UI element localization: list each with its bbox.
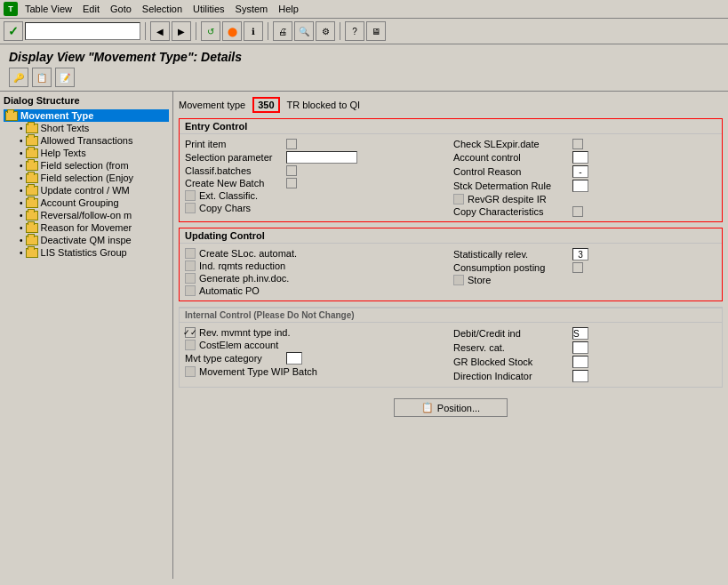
check-slexpir-checkbox[interactable] [572,139,583,149]
check-slexpir-label: Check SLExpir.date [453,139,569,149]
internal-control-grid: ✓ Rev. mvmnt type ind. CostElem account … [180,323,722,387]
tree-item-reason[interactable]: • Reason for Movemer [12,221,169,234]
tree-item-lisstatistics[interactable]: • LIS Statistics Group [12,246,169,259]
nav-input[interactable] [25,22,140,40]
back-button[interactable]: ◀ [150,21,170,41]
statistically-relev-input[interactable] [572,248,588,260]
tree-item-deactivateqm[interactable]: • Deactivate QM inspe [12,234,169,246]
create-sloc-label: Create SLoc. automat. [199,248,297,259]
debit-credit-label: Debit/Credit ind [453,328,569,339]
create-new-batch-label: Create New Batch [185,178,283,188]
folder-icon-allowedtrans [26,136,38,146]
copy-chars-row: Copy Chars [185,202,448,214]
stop-btn[interactable]: ⬤ [222,21,242,41]
classif-batches-checkbox[interactable] [286,165,297,176]
print-btn[interactable]: 🖨 [273,21,292,41]
entry-control-content: Print item Selection parameter Classif.b… [180,134,722,221]
page-toolbar-btn2[interactable]: 📋 [32,68,52,87]
menu-system[interactable]: System [236,4,268,14]
mvt-desc: TR blocked to QI [287,100,361,110]
rev-mvmnt-row: ✓ Rev. mvmnt type ind. [185,326,448,339]
control-reason-input[interactable] [572,165,588,178]
consumption-posting-checkbox[interactable] [572,262,583,273]
internal-control-section: Internal Control (Please Do Not Change) … [179,307,723,388]
tree-item-updatectrl[interactable]: • Update control / WM [12,184,169,196]
tree-root-movement-type[interactable]: Movement Type [4,109,169,122]
create-new-batch-row: Create New Batch [185,177,448,189]
dialog-structure-title: Dialog Structure [4,95,169,106]
bullet-icon8: • [20,211,23,220]
tree-item-shorttexts[interactable]: • Short Texts [12,122,169,134]
bullet-icon3: • [20,148,23,158]
tree-item-label-reason: Reason for Movemer [41,222,132,233]
costelem-checkbox [185,340,196,350]
reserv-cat-input[interactable] [572,341,588,354]
tree-item-accountgrouping[interactable]: • Account Grouping [12,196,169,209]
mvt-label: Movement type [179,100,245,110]
menu-selection[interactable]: Selection [142,4,182,14]
print-item-checkbox[interactable] [286,139,297,149]
bullet-icon: • [20,124,23,133]
account-control-input[interactable] [572,151,588,164]
settings-btn[interactable]: ⚙ [316,21,335,41]
entry-left-col: Print item Selection parameter Classif.b… [185,138,448,218]
tree-item-reversal[interactable]: • Reversal/follow-on m [12,209,169,221]
mvt-wip-batch-label: Movement Type WIP Batch [199,366,317,377]
folder-icon-lisstatistics [26,248,38,258]
create-new-batch-checkbox[interactable] [286,178,297,188]
tree-item-helptexts[interactable]: • Help Texts [12,147,169,159]
page-toolbar-btn3[interactable]: 📝 [55,68,75,87]
mvt-header: Movement type 350 TR blocked to QI [179,97,723,113]
find-btn[interactable]: 🔍 [294,21,314,41]
page-toolbar-btn1[interactable]: 🔑 [9,68,28,87]
bullet-icon10: • [20,236,23,245]
rev-mvmnt-checkbox[interactable]: ✓ [185,327,196,338]
help-btn[interactable]: ? [345,21,364,41]
menu-help[interactable]: Help [278,4,299,14]
mvt-wip-batch-row: Movement Type WIP Batch [185,365,448,378]
tree-item-label-shorttexts: Short Texts [41,123,90,133]
toolbar-separator4 [340,22,340,40]
create-sloc-row: Create SLoc. automat. [185,247,448,260]
tree-item-allowedtrans[interactable]: • Allowed Transactions [12,134,169,147]
position-button[interactable]: 📋 Position... [394,398,508,417]
reserv-cat-label: Reserv. cat. [453,342,569,353]
stck-determ-row: Stck Determation Rule [453,179,716,193]
mvt-type-cat-input[interactable] [286,352,302,365]
toolbar: ✓ ◀ ▶ ↺ ⬤ ℹ 🖨 🔍 ⚙ ? 🖥 [0,19,728,44]
costelem-label: CostElem account [199,340,297,350]
store-label: Store [468,275,583,285]
statistically-relev-row: Statistically relev. [453,247,716,261]
direction-indicator-label: Direction Indicator [453,371,569,381]
print-item-label: Print item [185,139,283,149]
checkmark-button[interactable]: ✓ [4,21,23,41]
gr-blocked-input[interactable] [572,356,588,368]
menu-goto[interactable]: Goto [110,4,132,14]
store-checkbox [453,275,464,285]
position-icon: 📋 [421,402,434,413]
tree-item-fieldsel2[interactable]: • Field selection (Enjoy [12,172,169,184]
menu-tableview[interactable]: Table View [25,4,72,14]
mvt-type-cat-label: Mvt type category [185,353,283,364]
mvt-type-cat-row: Mvt type category [185,351,448,365]
refresh-btn[interactable]: ↺ [201,21,220,41]
content-panel: Movement type 350 TR blocked to QI Entry… [173,92,728,579]
classif-batches-row: Classif.batches [185,164,448,177]
copy-characteristics-checkbox[interactable] [572,206,583,217]
gui-btn[interactable]: 🖥 [366,21,386,41]
updating-left-col: Create SLoc. automat. Ind. rqmts reducti… [185,247,448,297]
tree-item-fieldsel1[interactable]: • Field selection (from [12,159,169,172]
menu-edit[interactable]: Edit [83,4,100,14]
bullet-icon9: • [20,223,23,233]
dialog-panel: Dialog Structure Movement Type • Short T… [0,92,173,579]
forward-button[interactable]: ▶ [172,21,191,41]
direction-indicator-input[interactable] [572,370,588,382]
rev-mvmnt-label: Rev. mvmnt type ind. [199,327,297,338]
account-control-row: Account control [453,150,716,164]
debit-credit-input[interactable] [572,327,588,340]
folder-icon-accountgrouping [26,198,38,208]
info-btn[interactable]: ℹ [244,21,263,41]
menu-utilities[interactable]: Utilities [193,4,224,14]
stck-determ-input[interactable] [572,180,588,192]
selection-param-input[interactable] [286,151,357,164]
